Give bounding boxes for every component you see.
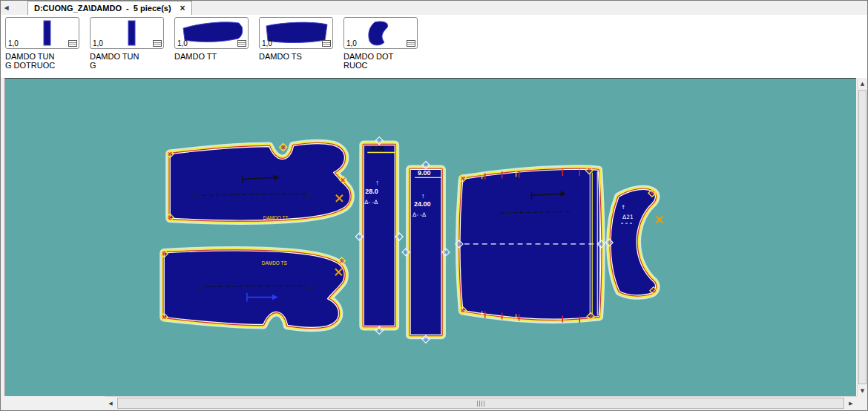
pattern-piece-top-bodice[interactable] <box>170 144 350 220</box>
svg-text:↑: ↑ <box>421 192 424 200</box>
piece-name-annotation: DAMDO TS <box>262 260 288 266</box>
svg-text:↑: ↑ <box>621 204 625 211</box>
left-arrow-icon: ◀ <box>4 4 8 11</box>
svg-text:28.0: 28.0 <box>365 188 378 195</box>
piece-thumbnail[interactable]: 1,0 <box>174 17 249 49</box>
tab-scroll-left-button[interactable]: ◀ <box>1 2 11 13</box>
tab-bar: ◀ D:CUONG_ZA\DAMDO - 5 piece(s) × <box>1 1 867 16</box>
svg-text:Δ: Δ <box>197 284 201 291</box>
pattern-piece-small-curved[interactable] <box>611 189 655 295</box>
pattern-piece-band-1[interactable] <box>364 145 395 326</box>
svg-text:24.00: 24.00 <box>414 200 430 208</box>
scroll-up-button[interactable]: ▲ <box>858 78 867 89</box>
vertical-scroll-thumb[interactable] <box>858 90 867 384</box>
scrollbar-corner <box>857 396 867 410</box>
piece-flag-icon <box>68 40 77 47</box>
pattern-canvas-svg: Δ Δ DAMDO TT Δ Δ DAMDO TS 9.00 ↑ 28.0 Δ <box>5 79 856 396</box>
svg-text:9.00: 9.00 <box>372 145 384 152</box>
svg-text:Δ- -Δ: Δ- -Δ <box>412 211 427 218</box>
piece-flag-icon <box>322 40 331 47</box>
document-tab[interactable]: D:CUONG_ZA\DAMDO - 5 piece(s) × <box>27 1 192 15</box>
scroll-thumb-grip <box>477 401 484 407</box>
svg-text:Δ- -Δ: Δ- -Δ <box>364 199 378 206</box>
piece-scale: 1,0 <box>262 39 272 47</box>
right-arrow-icon: ▶ <box>849 401 852 407</box>
piece-scale: 1,0 <box>8 39 19 47</box>
piece-label: DAMDO DOTRUOC <box>343 52 397 70</box>
piece-cell: 1,0 DAMDO TUNG <box>90 15 174 70</box>
piece-palette: 1,0 DAMDO TUNG DOTRUOC 1,0 DAMDO TUNG 1,… <box>1 15 867 78</box>
piece-thumbnail[interactable]: 1,0 <box>259 17 333 49</box>
vertical-scrollbar[interactable]: ▲ ▼ <box>857 78 867 396</box>
piece-scale: 1,0 <box>177 39 188 47</box>
piece-label: DAMDO TS <box>259 52 312 61</box>
scroll-right-button[interactable]: ▶ <box>845 397 857 410</box>
piece-cell: 1,0 DAMDO TT <box>174 15 259 61</box>
piece-scale: 1,0 <box>93 39 103 47</box>
piece-scale: 1,0 <box>346 39 357 47</box>
piece-thumbnail[interactable]: 1,0 <box>5 17 79 49</box>
piece-label: DAMDO TUNG DOTRUOC <box>5 52 59 70</box>
piece-label: DAMDO TUNG <box>90 52 143 70</box>
piece-cell: 1,0 DAMDO DOTRUOC <box>343 15 428 70</box>
scroll-down-button[interactable]: ▼ <box>858 385 867 396</box>
svg-text:Δ: Δ <box>506 211 510 217</box>
app-window: ◀ D:CUONG_ZA\DAMDO - 5 piece(s) × 1,0 DA… <box>0 0 868 411</box>
left-arrow-icon: ◀ <box>108 401 112 407</box>
pattern-piece-band-2[interactable] <box>410 169 441 335</box>
horizontal-scrollbar[interactable]: ◀ ▶ <box>105 396 857 410</box>
piece-thumbnail[interactable]: 1,0 <box>90 17 164 49</box>
down-arrow-icon: ▼ <box>861 388 864 394</box>
piece-flag-icon <box>153 40 162 47</box>
scroll-left-button[interactable]: ◀ <box>105 397 116 410</box>
svg-text:Δ: Δ <box>194 192 198 199</box>
svg-text:Δ: Δ <box>306 192 311 199</box>
pattern-piece-bottom-bodice[interactable] <box>164 251 344 327</box>
piece-flag-icon <box>237 40 246 47</box>
tab-title: D:CUONG_ZA\DAMDO - 5 piece(s) <box>34 4 171 13</box>
piece-cell: 1,0 DAMDO TUNG DOTRUOC <box>5 15 90 70</box>
piece-name-annotation: DAMDO TT <box>263 215 289 220</box>
up-arrow-icon: ▲ <box>861 81 864 87</box>
pattern-canvas[interactable]: Δ Δ DAMDO TT Δ Δ DAMDO TS 9.00 ↑ 28.0 Δ <box>4 78 856 396</box>
horizontal-scroll-thumb[interactable] <box>117 398 844 409</box>
piece-label: DAMDO TT <box>174 52 228 61</box>
piece-cell: 1,0 DAMDO TS <box>259 15 343 61</box>
piece-thumbnail[interactable]: 1,0 <box>343 17 418 49</box>
svg-text:Δ: Δ <box>308 284 312 291</box>
tab-close-icon[interactable]: × <box>180 4 185 13</box>
svg-text:9.00: 9.00 <box>418 169 430 177</box>
svg-text:Δ21: Δ21 <box>622 214 634 220</box>
svg-text:↑: ↑ <box>375 179 378 186</box>
piece-flag-icon <box>407 40 415 47</box>
